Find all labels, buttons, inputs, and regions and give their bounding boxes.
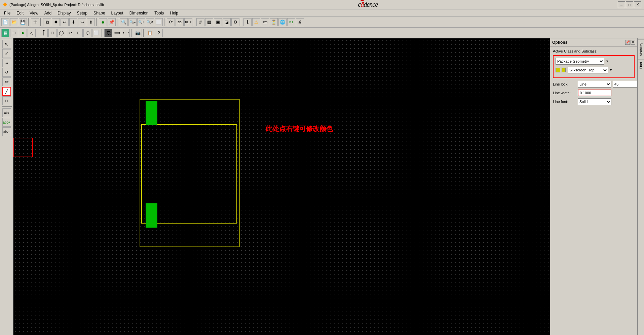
fill-button[interactable]: ◪ [223,18,231,26]
menu-display[interactable]: Display [55,10,73,16]
window-controls[interactable]: – □ ✕ [618,1,641,8]
canvas-area[interactable]: 此处点右键可修改颜色 [13,38,550,335]
save-button[interactable]: 💾 [19,18,27,26]
options-close-button[interactable]: ✕ [631,40,635,45]
options-controls[interactable]: 📌 ✕ [625,40,635,45]
hatch-button[interactable]: ▣ [214,18,222,26]
zoom-fit-button[interactable]: 🔍+ [137,18,145,26]
open-button[interactable]: 📂 [10,18,18,26]
tb2-btn5[interactable]: ⎡ [40,29,48,37]
globe-button[interactable]: 🌐 [278,18,287,26]
tb2-btn8[interactable]: ↩ [66,29,74,37]
tb2-btn1[interactable]: ▦ [1,29,9,37]
tb2-btn2[interactable]: □ [10,29,18,37]
tb2-btn16[interactable]: 📋 [146,29,154,37]
options-header: Options 📌 ✕ [550,38,637,46]
lp-select[interactable]: ↖ [2,40,11,48]
color-swatch-outer[interactable] [556,68,560,72]
new-button[interactable]: 📄 [1,18,9,26]
menu-setup[interactable]: Setup [74,10,90,16]
lp-draw[interactable]: ✏ [2,77,11,86]
flip-button[interactable]: FLIP [184,18,192,26]
line-width-input[interactable] [578,90,611,96]
info-button[interactable]: ℹ [243,18,252,26]
app-icon: 🔶 [3,2,7,7]
options-title: Options [552,40,567,45]
rats-button[interactable]: ▦ [205,18,213,26]
line-font-row: Line font: Solid Dash Dot DashDot [553,98,635,105]
lp-line[interactable]: ╱ [2,87,11,96]
line-lock-type-dropdown[interactable]: Line Arc [578,81,611,88]
warn-button[interactable]: ⚠ [252,18,260,26]
tb2-btn13[interactable]: ⟺ [113,29,121,37]
tb2-help[interactable]: ? [155,29,163,37]
copy-button[interactable]: ⧉ [43,18,51,26]
find-tab[interactable]: Find [638,59,644,72]
lp-move[interactable]: ⤢ [2,49,11,58]
class-dropdown[interactable]: Package Geometry Board Geometry Package … [556,58,604,65]
refresh-button[interactable]: ⟳ [167,18,175,26]
select-tool[interactable]: ✛ [31,18,39,26]
3d-view-button[interactable]: 3D [176,18,184,26]
lp-add-text[interactable]: abc+ [2,118,11,127]
zoom-area-button[interactable]: ⬜ [155,18,163,26]
lp-text-abc[interactable]: abc [2,108,11,117]
tb2-btn10[interactable]: ⬡ [83,29,91,37]
grid-button[interactable]: # [196,18,204,26]
line-lock-label: Line lock: [553,82,576,86]
title-bar: 🔶 (Package) Allegro: SO8N_8p.dra Project… [0,0,644,9]
timer-button[interactable]: ⏳ [270,18,278,26]
subclass-dropdown[interactable]: Silkscreen_Top Silkscreen_Bottom Assembl… [568,67,608,73]
tb2-btn6[interactable]: □ [48,29,56,37]
menu-shape[interactable]: Shape [91,10,108,16]
active-class-label: Active Class and Subclass: [553,49,635,53]
tb2-btn7[interactable]: ◯ [57,29,65,37]
tb2-btn14[interactable]: ⟷ [122,29,130,37]
color-swatch-inner[interactable] [562,68,566,72]
menu-file[interactable]: File [1,10,13,16]
visibility-tab[interactable]: Visibility [638,40,644,59]
add-button[interactable]: ● [99,18,107,26]
lp-rectangle[interactable]: □ [2,96,11,105]
menu-edit[interactable]: Edit [14,10,26,16]
menu-dimension[interactable]: Dimension [127,10,151,16]
line-width-row: Line width: [553,90,635,96]
delete-button[interactable]: ✖ [52,18,60,26]
maximize-button[interactable]: □ [626,1,633,8]
minimize-button[interactable]: – [618,1,625,8]
menu-tools[interactable]: Tools [152,10,166,16]
pad-top-4 [146,101,157,125]
options-pin-button[interactable]: 📌 [625,40,630,45]
lp-param[interactable]: abc↑ [2,127,11,136]
redo2-button[interactable]: ⬆ [87,18,95,26]
tb2-btn9[interactable]: □ [75,29,83,37]
r1-button[interactable]: R1 [287,18,295,26]
menu-view[interactable]: View [27,10,41,16]
lp-stretch[interactable]: ⇔ [2,59,11,67]
zoom-in-button[interactable]: 🔍 [120,18,128,26]
tb2-btn3[interactable]: ● [19,29,27,37]
pin-button[interactable]: 📌 [108,18,116,26]
class-dropdown-arrow: ▼ [606,60,609,63]
menu-layout[interactable]: Layout [109,10,126,16]
zoom-prev-button[interactable]: 🔍↺ [146,18,154,26]
menu-help[interactable]: Help [167,10,181,16]
lp-rotate[interactable]: ↺ [2,68,11,77]
close-button[interactable]: ✕ [634,1,641,8]
undo2-button[interactable]: ⬇ [69,18,77,26]
numbering-button[interactable]: 123 [261,18,269,26]
main-layout: ↖ ⤢ ⇔ ↺ ✏ ╱ □ abc abc+ abc↑ [0,38,644,335]
line-font-dropdown[interactable]: Solid Dash Dot DashDot [578,98,611,105]
zoom-out-button[interactable]: 🔍– [128,18,137,26]
tb2-btn15[interactable]: 📷 [134,29,142,37]
redo-button[interactable]: ↪ [78,18,86,26]
options-body: Active Class and Subclass: Package Geome… [550,46,637,335]
dot-grid [13,38,550,335]
print-button[interactable]: 🖨 [296,18,304,26]
tb2-btn4[interactable]: ◁ [28,29,36,37]
drc-button[interactable]: ⚙ [231,18,239,26]
undo-button[interactable]: ↩ [61,18,69,26]
menu-add[interactable]: Add [42,10,54,16]
tb2-btn11[interactable]: ⬜ [92,29,100,37]
tb2-btn12[interactable]: 🖼 [104,29,112,37]
